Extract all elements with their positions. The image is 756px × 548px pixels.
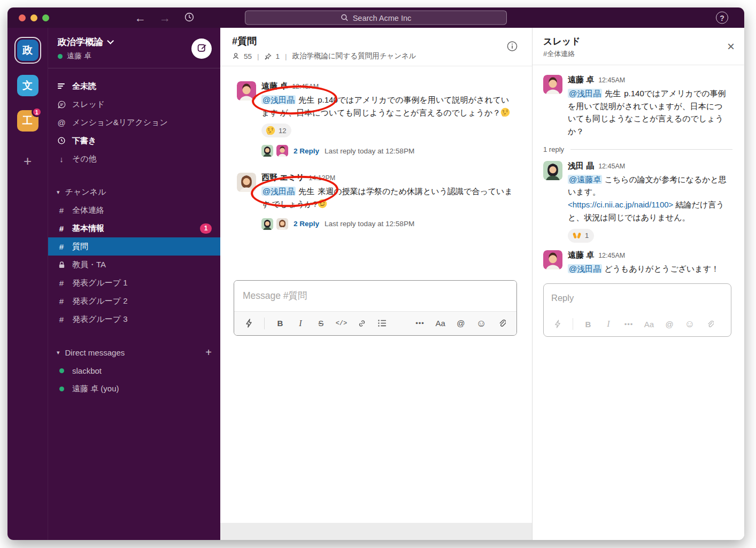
more-formatting-button[interactable]: ••• — [412, 315, 428, 331]
minimize-window-button[interactable] — [30, 14, 37, 21]
emoji-picker-button[interactable]: ☺ — [681, 316, 698, 332]
bold-button[interactable]: B — [580, 316, 597, 332]
shortcuts-button[interactable] — [241, 315, 257, 331]
message-timestamp[interactable]: 12:45AM — [598, 252, 625, 259]
sidebar-header: 政治学概論 遠藤 卓 — [48, 28, 220, 68]
avatar-endo[interactable] — [543, 250, 562, 269]
channel-label: 教員・TA — [72, 260, 106, 270]
message-timestamp[interactable]: 12:45AM — [292, 83, 319, 90]
shortcuts-button[interactable] — [549, 316, 566, 332]
new-message-button[interactable] — [191, 38, 212, 59]
add-workspace-button[interactable]: + — [24, 153, 32, 169]
back-button[interactable]: ← — [135, 12, 146, 24]
pin-count[interactable]: 1 — [276, 52, 280, 60]
channel-meta: 55 | 1 | 政治学概論に関する質問用チャンネル — [232, 51, 520, 61]
help-icon: ? — [720, 13, 724, 22]
text-format-button[interactable]: Aa — [432, 315, 449, 331]
mention-button[interactable]: @ — [661, 316, 678, 332]
emoji-picker-button[interactable]: ☺ — [473, 315, 490, 331]
thread-reply-bar[interactable]: 2 Reply Last reply today at 12:58PM — [261, 218, 517, 230]
sidebar-item-more[interactable]: ↓ その他 — [48, 150, 220, 168]
link-button[interactable] — [353, 315, 370, 331]
workspace-menu-button[interactable]: 政治学概論 遠藤 卓 — [58, 36, 112, 61]
close-thread-button[interactable]: × — [727, 40, 735, 53]
message-author[interactable]: 遠藤 卓 — [568, 250, 594, 260]
thread-reply: 遠藤 卓 12:45AM @浅田晶 どうもありがとうございます！ — [543, 250, 732, 275]
close-window-button[interactable] — [19, 14, 26, 21]
channel-label: 質問 — [72, 242, 88, 252]
message-author[interactable]: 浅田 晶 — [568, 161, 594, 171]
workspace-button-seiji[interactable]: 政 — [17, 40, 38, 61]
sidebar-item-drafts[interactable]: 下書き — [48, 132, 220, 150]
thread-reply-bar[interactable]: 2 Reply Last reply today at 12:58PM — [261, 145, 517, 157]
sidebar-channel-shitsumon[interactable]: # 質問 — [48, 237, 220, 256]
sidebar-item-all-unreads[interactable]: 全未読 — [48, 77, 220, 95]
sidebar-channel-group2[interactable]: # 発表グループ 2 — [48, 292, 220, 310]
reaction-pill[interactable]: 1 — [568, 229, 594, 243]
message-timestamp[interactable]: 12:45AM — [598, 76, 625, 84]
avatar-endo[interactable] — [237, 81, 256, 101]
workspace-button-kou[interactable]: 工1 — [17, 110, 38, 132]
sidebar-channel-zentai[interactable]: # 全体連絡 — [48, 201, 220, 219]
message-timestamp[interactable]: 12:45AM — [598, 163, 625, 170]
attach-file-button[interactable] — [701, 316, 719, 332]
thread-channel[interactable]: #全体連絡 — [543, 49, 734, 59]
text-format-button[interactable]: Aa — [641, 316, 658, 332]
search-bar[interactable]: Search Acme Inc — [245, 11, 507, 25]
mention-asada[interactable]: @浅田晶 — [568, 89, 602, 98]
message-timestamp[interactable]: 14:12PM — [308, 174, 335, 182]
message-author[interactable]: 遠藤 卓 — [261, 81, 288, 91]
hash-icon: # — [57, 206, 66, 215]
dm-section-header[interactable]: ▾ Direct messages + — [48, 343, 220, 361]
external-link[interactable]: <https://ci.nii.ac.jp/naid/1100> — [568, 200, 673, 209]
mention-asada[interactable]: @浅田晶 — [261, 187, 296, 196]
channel-label: 発表グループ 1 — [72, 278, 128, 288]
add-dm-button[interactable]: + — [205, 346, 212, 359]
bold-button[interactable]: B — [272, 315, 288, 331]
message: 遠藤 卓 12:45AM @浅田晶先生p.140ではアメリカでの事例を用いて説明… — [237, 81, 517, 157]
italic-button[interactable]: I — [292, 315, 308, 331]
more-formatting-button[interactable]: ••• — [620, 316, 637, 332]
message-input[interactable] — [234, 281, 516, 311]
avatar-asada[interactable] — [543, 161, 562, 180]
italic-icon: I — [607, 319, 610, 329]
message-author[interactable]: 遠藤 卓 — [568, 75, 594, 85]
workspace-button-bun[interactable]: 文 — [17, 75, 38, 96]
reply-input[interactable] — [544, 284, 731, 312]
avatar-endo[interactable] — [543, 75, 562, 94]
channels-section-header[interactable]: ▾ チャンネル — [48, 183, 220, 201]
code-button[interactable]: </> — [333, 315, 350, 331]
more-dots-icon: ••• — [624, 320, 634, 328]
mention-button[interactable]: @ — [452, 315, 469, 331]
strikethrough-button[interactable]: S — [313, 315, 329, 331]
italic-button[interactable]: I — [600, 316, 617, 332]
sidebar-dm-self[interactable]: 遠藤 卓 (you) — [48, 380, 220, 398]
threads-icon — [57, 100, 66, 109]
mention-asada[interactable]: @浅田晶 — [568, 264, 602, 273]
mention-endo[interactable]: @遠藤卓 — [568, 175, 602, 184]
avatar-nishino[interactable] — [237, 173, 256, 192]
reaction-pill[interactable]: 12 — [261, 124, 291, 137]
sidebar-item-mentions[interactable]: @ メンション&リアクション — [48, 113, 220, 132]
history-button[interactable] — [184, 12, 195, 24]
search-icon — [341, 14, 349, 22]
sidebar-channel-kyouin-ta[interactable]: 教員・TA — [48, 256, 220, 274]
sidebar-channel-kihon[interactable]: # 基本情報 1 — [48, 219, 220, 237]
sidebar-item-threads[interactable]: スレッド — [48, 95, 220, 113]
attach-file-button[interactable] — [493, 315, 510, 331]
sidebar-dm-slackbot[interactable]: slackbot — [48, 361, 220, 380]
presence-dot — [59, 368, 64, 373]
message-author[interactable]: 西野 エミリ — [261, 173, 304, 183]
member-count[interactable]: 55 — [244, 52, 252, 60]
ordered-list-button[interactable] — [374, 315, 390, 331]
forward-button[interactable]: → — [159, 12, 171, 24]
channel-topic[interactable]: 政治学概論に関する質問用チャンネル — [292, 51, 416, 61]
message-body: @浅田晶 どうもありがとうございます！ — [568, 263, 728, 275]
zoom-window-button[interactable] — [42, 14, 49, 21]
mention-asada[interactable]: @浅田晶 — [261, 95, 296, 104]
help-button[interactable]: ? — [716, 12, 728, 24]
sidebar-channel-group3[interactable]: # 発表グループ 3 — [48, 310, 220, 328]
sidebar-channel-group1[interactable]: # 発表グループ 1 — [48, 274, 220, 292]
channel-label: 発表グループ 3 — [72, 314, 128, 325]
channel-info-button[interactable] — [506, 40, 518, 53]
